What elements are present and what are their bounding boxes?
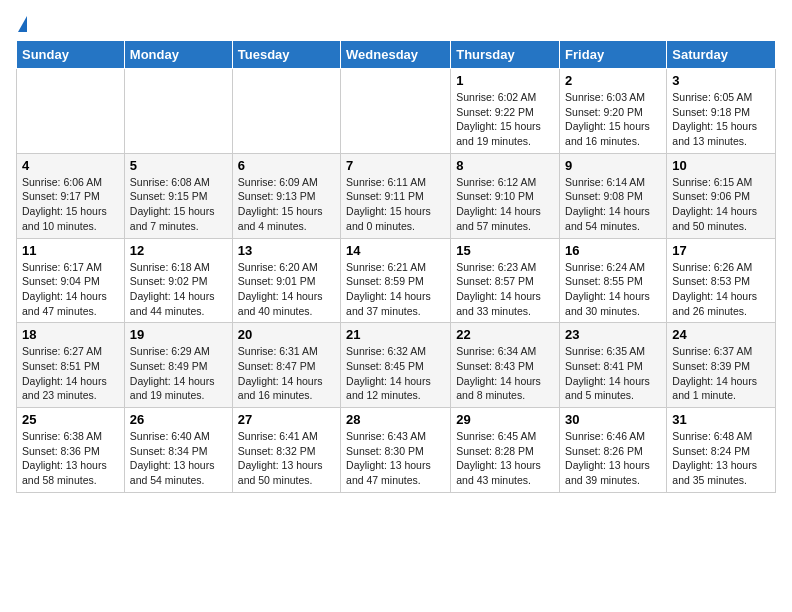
day-number: 7: [346, 158, 445, 173]
calendar-cell: 22Sunrise: 6:34 AMSunset: 8:43 PMDayligh…: [451, 323, 560, 408]
weekday-header-tuesday: Tuesday: [232, 41, 340, 69]
calendar-cell: 8Sunrise: 6:12 AMSunset: 9:10 PMDaylight…: [451, 153, 560, 238]
day-info: Sunrise: 6:20 AMSunset: 9:01 PMDaylight:…: [238, 260, 335, 319]
calendar-cell: [17, 69, 125, 154]
weekday-header-sunday: Sunday: [17, 41, 125, 69]
calendar-cell: 15Sunrise: 6:23 AMSunset: 8:57 PMDayligh…: [451, 238, 560, 323]
day-info: Sunrise: 6:35 AMSunset: 8:41 PMDaylight:…: [565, 344, 661, 403]
day-number: 8: [456, 158, 554, 173]
day-number: 6: [238, 158, 335, 173]
day-number: 13: [238, 243, 335, 258]
day-info: Sunrise: 6:11 AMSunset: 9:11 PMDaylight:…: [346, 175, 445, 234]
calendar-cell: [232, 69, 340, 154]
day-info: Sunrise: 6:34 AMSunset: 8:43 PMDaylight:…: [456, 344, 554, 403]
day-info: Sunrise: 6:45 AMSunset: 8:28 PMDaylight:…: [456, 429, 554, 488]
calendar-cell: 21Sunrise: 6:32 AMSunset: 8:45 PMDayligh…: [341, 323, 451, 408]
calendar-cell: 13Sunrise: 6:20 AMSunset: 9:01 PMDayligh…: [232, 238, 340, 323]
weekday-header-thursday: Thursday: [451, 41, 560, 69]
day-info: Sunrise: 6:05 AMSunset: 9:18 PMDaylight:…: [672, 90, 770, 149]
calendar-cell: 9Sunrise: 6:14 AMSunset: 9:08 PMDaylight…: [560, 153, 667, 238]
day-number: 12: [130, 243, 227, 258]
calendar-cell: 1Sunrise: 6:02 AMSunset: 9:22 PMDaylight…: [451, 69, 560, 154]
calendar-cell: 12Sunrise: 6:18 AMSunset: 9:02 PMDayligh…: [124, 238, 232, 323]
calendar-cell: 20Sunrise: 6:31 AMSunset: 8:47 PMDayligh…: [232, 323, 340, 408]
weekday-header-saturday: Saturday: [667, 41, 776, 69]
calendar-cell: 10Sunrise: 6:15 AMSunset: 9:06 PMDayligh…: [667, 153, 776, 238]
day-info: Sunrise: 6:38 AMSunset: 8:36 PMDaylight:…: [22, 429, 119, 488]
day-info: Sunrise: 6:26 AMSunset: 8:53 PMDaylight:…: [672, 260, 770, 319]
day-number: 14: [346, 243, 445, 258]
calendar-cell: 31Sunrise: 6:48 AMSunset: 8:24 PMDayligh…: [667, 408, 776, 493]
day-number: 5: [130, 158, 227, 173]
calendar-cell: 11Sunrise: 6:17 AMSunset: 9:04 PMDayligh…: [17, 238, 125, 323]
day-info: Sunrise: 6:46 AMSunset: 8:26 PMDaylight:…: [565, 429, 661, 488]
calendar-week-4: 18Sunrise: 6:27 AMSunset: 8:51 PMDayligh…: [17, 323, 776, 408]
calendar-week-1: 1Sunrise: 6:02 AMSunset: 9:22 PMDaylight…: [17, 69, 776, 154]
day-info: Sunrise: 6:17 AMSunset: 9:04 PMDaylight:…: [22, 260, 119, 319]
weekday-header-monday: Monday: [124, 41, 232, 69]
day-number: 28: [346, 412, 445, 427]
day-number: 15: [456, 243, 554, 258]
day-info: Sunrise: 6:14 AMSunset: 9:08 PMDaylight:…: [565, 175, 661, 234]
day-number: 17: [672, 243, 770, 258]
calendar-cell: 5Sunrise: 6:08 AMSunset: 9:15 PMDaylight…: [124, 153, 232, 238]
day-info: Sunrise: 6:29 AMSunset: 8:49 PMDaylight:…: [130, 344, 227, 403]
calendar-cell: 17Sunrise: 6:26 AMSunset: 8:53 PMDayligh…: [667, 238, 776, 323]
day-info: Sunrise: 6:27 AMSunset: 8:51 PMDaylight:…: [22, 344, 119, 403]
day-number: 24: [672, 327, 770, 342]
day-info: Sunrise: 6:21 AMSunset: 8:59 PMDaylight:…: [346, 260, 445, 319]
calendar-cell: 30Sunrise: 6:46 AMSunset: 8:26 PMDayligh…: [560, 408, 667, 493]
calendar-cell: 24Sunrise: 6:37 AMSunset: 8:39 PMDayligh…: [667, 323, 776, 408]
calendar-week-2: 4Sunrise: 6:06 AMSunset: 9:17 PMDaylight…: [17, 153, 776, 238]
day-number: 22: [456, 327, 554, 342]
calendar-cell: 7Sunrise: 6:11 AMSunset: 9:11 PMDaylight…: [341, 153, 451, 238]
calendar-table: SundayMondayTuesdayWednesdayThursdayFrid…: [16, 40, 776, 493]
calendar-week-3: 11Sunrise: 6:17 AMSunset: 9:04 PMDayligh…: [17, 238, 776, 323]
day-number: 10: [672, 158, 770, 173]
day-number: 9: [565, 158, 661, 173]
header: [16, 16, 776, 32]
day-info: Sunrise: 6:24 AMSunset: 8:55 PMDaylight:…: [565, 260, 661, 319]
day-number: 18: [22, 327, 119, 342]
calendar-cell: 4Sunrise: 6:06 AMSunset: 9:17 PMDaylight…: [17, 153, 125, 238]
day-info: Sunrise: 6:08 AMSunset: 9:15 PMDaylight:…: [130, 175, 227, 234]
day-info: Sunrise: 6:31 AMSunset: 8:47 PMDaylight:…: [238, 344, 335, 403]
day-number: 21: [346, 327, 445, 342]
calendar-body: 1Sunrise: 6:02 AMSunset: 9:22 PMDaylight…: [17, 69, 776, 493]
day-number: 31: [672, 412, 770, 427]
calendar-week-5: 25Sunrise: 6:38 AMSunset: 8:36 PMDayligh…: [17, 408, 776, 493]
calendar-cell: [341, 69, 451, 154]
calendar-cell: 2Sunrise: 6:03 AMSunset: 9:20 PMDaylight…: [560, 69, 667, 154]
calendar-cell: 14Sunrise: 6:21 AMSunset: 8:59 PMDayligh…: [341, 238, 451, 323]
calendar-cell: 28Sunrise: 6:43 AMSunset: 8:30 PMDayligh…: [341, 408, 451, 493]
day-number: 19: [130, 327, 227, 342]
day-number: 4: [22, 158, 119, 173]
day-info: Sunrise: 6:48 AMSunset: 8:24 PMDaylight:…: [672, 429, 770, 488]
day-number: 29: [456, 412, 554, 427]
day-info: Sunrise: 6:37 AMSunset: 8:39 PMDaylight:…: [672, 344, 770, 403]
calendar-cell: 23Sunrise: 6:35 AMSunset: 8:41 PMDayligh…: [560, 323, 667, 408]
day-number: 25: [22, 412, 119, 427]
day-info: Sunrise: 6:40 AMSunset: 8:34 PMDaylight:…: [130, 429, 227, 488]
calendar-cell: 18Sunrise: 6:27 AMSunset: 8:51 PMDayligh…: [17, 323, 125, 408]
day-number: 2: [565, 73, 661, 88]
day-info: Sunrise: 6:32 AMSunset: 8:45 PMDaylight:…: [346, 344, 445, 403]
calendar-cell: 26Sunrise: 6:40 AMSunset: 8:34 PMDayligh…: [124, 408, 232, 493]
weekday-header-wednesday: Wednesday: [341, 41, 451, 69]
day-number: 27: [238, 412, 335, 427]
day-info: Sunrise: 6:15 AMSunset: 9:06 PMDaylight:…: [672, 175, 770, 234]
day-info: Sunrise: 6:06 AMSunset: 9:17 PMDaylight:…: [22, 175, 119, 234]
calendar-cell: 29Sunrise: 6:45 AMSunset: 8:28 PMDayligh…: [451, 408, 560, 493]
day-number: 11: [22, 243, 119, 258]
calendar-cell: 6Sunrise: 6:09 AMSunset: 9:13 PMDaylight…: [232, 153, 340, 238]
day-info: Sunrise: 6:41 AMSunset: 8:32 PMDaylight:…: [238, 429, 335, 488]
day-info: Sunrise: 6:09 AMSunset: 9:13 PMDaylight:…: [238, 175, 335, 234]
day-number: 1: [456, 73, 554, 88]
calendar-header: SundayMondayTuesdayWednesdayThursdayFrid…: [17, 41, 776, 69]
day-number: 30: [565, 412, 661, 427]
day-info: Sunrise: 6:03 AMSunset: 9:20 PMDaylight:…: [565, 90, 661, 149]
day-info: Sunrise: 6:18 AMSunset: 9:02 PMDaylight:…: [130, 260, 227, 319]
day-info: Sunrise: 6:12 AMSunset: 9:10 PMDaylight:…: [456, 175, 554, 234]
day-number: 23: [565, 327, 661, 342]
weekday-header-friday: Friday: [560, 41, 667, 69]
